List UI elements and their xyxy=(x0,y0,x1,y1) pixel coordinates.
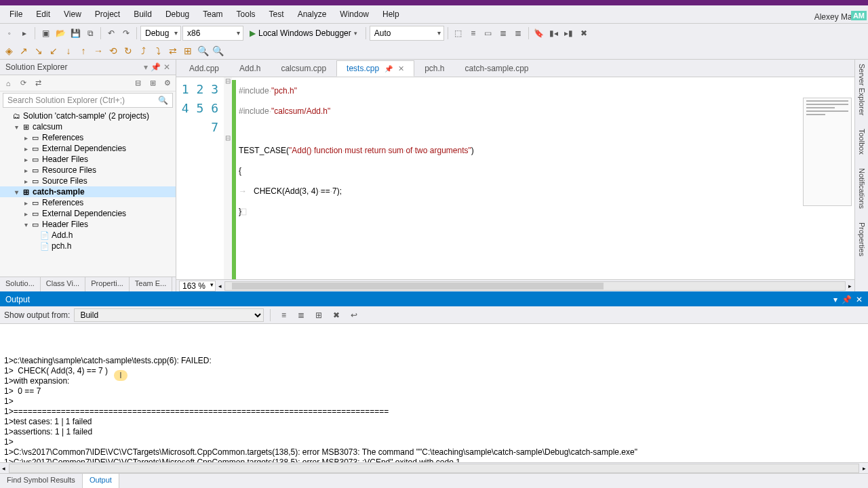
node-extdeps-2[interactable]: ▸▭External Dependencies xyxy=(0,208,176,219)
debug-icon-5[interactable]: ↓ xyxy=(62,45,75,57)
menu-edit[interactable]: Edit xyxy=(29,7,57,22)
output-icon-3[interactable]: ⊞ xyxy=(312,308,326,322)
sln-refresh-icon[interactable]: ⟳ xyxy=(18,78,28,89)
debug-icon-12[interactable]: ⇄ xyxy=(167,45,179,57)
debug-icon-7[interactable]: → xyxy=(92,45,104,57)
output-dropdown-icon[interactable]: ▾ xyxy=(833,295,837,304)
tool-icon-3[interactable]: ▭ xyxy=(481,26,495,40)
node-references[interactable]: ▸▭References xyxy=(0,132,176,143)
output-clear-icon[interactable]: ✖ xyxy=(330,308,343,322)
tab-Add-h[interactable]: Add.h xyxy=(229,60,271,77)
output-hscroll[interactable]: ◂▸ xyxy=(0,462,868,473)
sln-tab-3[interactable]: Team E... xyxy=(130,277,172,291)
minimap[interactable] xyxy=(803,98,852,206)
output-source-combo[interactable]: Build xyxy=(74,308,264,322)
tab-Add-cpp[interactable]: Add.cpp xyxy=(179,60,229,77)
code-editor[interactable]: 1 2 3 4 5 6 7 ⊟⊟ #include·"pch.h" #inclu… xyxy=(176,77,854,279)
out-tab-0[interactable]: Find Symbol Results xyxy=(0,474,83,488)
tab-tests-cpp[interactable]: tests.cpp📌✕ xyxy=(336,60,414,77)
debug-icon-10[interactable]: ⤴ xyxy=(137,45,149,57)
file-Add-h[interactable]: 📄Add.h xyxy=(0,230,176,241)
solution-search-input[interactable]: Search Solution Explorer (Ctrl+;) 🔍 xyxy=(3,93,173,108)
file-pch-h[interactable]: 📄pch.h xyxy=(0,241,176,251)
platform-combo[interactable]: x86 xyxy=(182,26,243,41)
save-all-icon[interactable]: ⧉ xyxy=(83,26,97,40)
scroll-right-icon[interactable]: ▸ xyxy=(848,283,852,289)
sln-home-icon[interactable]: ⌂ xyxy=(3,78,14,89)
tool-icon-5[interactable]: ≣ xyxy=(511,26,525,40)
project-calcsum[interactable]: ▾⊞calcsum xyxy=(0,121,176,132)
fold-bar[interactable]: ⊟⊟ xyxy=(224,77,232,279)
sln-tab-1[interactable]: Class Vi... xyxy=(41,277,85,291)
node-references-2[interactable]: ▸▭References xyxy=(0,197,176,208)
project-catch-sample[interactable]: ▾⊞catch-sample xyxy=(0,186,176,197)
menu-test[interactable]: Test xyxy=(262,7,291,22)
horizontal-scrollbar[interactable] xyxy=(224,281,846,291)
solution-tree[interactable]: 🗂Solution 'catch-sample' (2 projects)▾⊞c… xyxy=(0,109,176,277)
zoom-combo[interactable]: 163 % xyxy=(179,281,216,291)
debug-icon-11[interactable]: ⤵ xyxy=(152,45,164,57)
redo-icon[interactable]: ↷ xyxy=(119,26,133,40)
menu-build[interactable]: Build xyxy=(127,7,159,22)
bookmark-icon[interactable]: 🔖 xyxy=(532,26,546,40)
node-header-files-2[interactable]: ▾▭Header Files xyxy=(0,219,176,230)
menu-debug[interactable]: Debug xyxy=(159,7,196,22)
sln-collapse-icon[interactable]: ⊟ xyxy=(132,78,143,89)
rail-properties[interactable]: Properties xyxy=(858,222,866,256)
debug-icon-6[interactable]: ↑ xyxy=(77,45,90,57)
debug-icon-15[interactable]: 🔍 xyxy=(212,45,224,57)
node-external-dependencies[interactable]: ▸▭External Dependencies xyxy=(0,143,176,154)
bookmark-next-icon[interactable]: ▸▮ xyxy=(562,26,576,40)
menu-help[interactable]: Help xyxy=(376,7,406,22)
save-icon[interactable]: 💾 xyxy=(68,26,82,40)
debug-icon-3[interactable]: ↘ xyxy=(33,45,45,57)
sln-sync-icon[interactable]: ⇄ xyxy=(33,78,43,89)
output-icon-2[interactable]: ≣ xyxy=(294,308,308,322)
sln-show-all-icon[interactable]: ⊞ xyxy=(147,78,158,89)
debug-icon-13[interactable]: ⊞ xyxy=(182,45,194,57)
configuration-combo[interactable]: Debug xyxy=(140,26,181,41)
output-text[interactable]: 1>c:\teaching\sample\catch-sample\tests.… xyxy=(0,324,868,462)
output-icon-1[interactable]: ≡ xyxy=(277,308,290,322)
bookmark-clear-icon[interactable]: ✖ xyxy=(577,26,591,40)
pane-close-icon[interactable]: ✕ xyxy=(163,62,170,72)
new-icon[interactable]: ▣ xyxy=(39,26,52,40)
debug-icon-8[interactable]: ⟲ xyxy=(107,45,119,57)
debug-icon-2[interactable]: ↗ xyxy=(18,45,30,57)
scroll-left-icon[interactable]: ◂ xyxy=(218,283,222,289)
output-close-icon[interactable]: ✕ xyxy=(856,295,863,304)
debug-icon-4[interactable]: ↙ xyxy=(47,45,60,57)
menu-file[interactable]: File xyxy=(3,7,29,22)
tab-pch-h[interactable]: pch.h xyxy=(414,60,454,77)
output-pin-icon[interactable]: 📌 xyxy=(842,295,852,304)
tab-calcsum-cpp[interactable]: calcsum.cpp xyxy=(271,60,336,77)
tool-icon-4[interactable]: ≣ xyxy=(496,26,510,40)
sln-properties-icon[interactable]: ⚙ xyxy=(162,78,173,89)
pane-pin-icon[interactable]: 📌 xyxy=(151,62,161,72)
open-icon[interactable]: 📂 xyxy=(54,26,67,40)
pane-dropdown-icon[interactable]: ▾ xyxy=(144,62,148,72)
menu-tools[interactable]: Tools xyxy=(230,7,262,22)
node-source-files[interactable]: ▸▭Source Files xyxy=(0,176,176,186)
output-wrap-icon[interactable]: ↩ xyxy=(347,308,361,322)
node-resource-files[interactable]: ▸▭Resource Files xyxy=(0,165,176,176)
rail-server-explorer[interactable]: Server Explorer xyxy=(858,64,866,115)
rail-toolbox[interactable]: Toolbox xyxy=(858,129,866,155)
tool-icon-1[interactable]: ⬚ xyxy=(452,26,465,40)
start-debugging-button[interactable]: ▶ Local Windows Debugger ▾ xyxy=(245,26,362,41)
rail-notifications[interactable]: Notifications xyxy=(858,168,866,209)
menu-window[interactable]: Window xyxy=(333,7,376,22)
menu-analyze[interactable]: Analyze xyxy=(291,7,334,22)
nav-fwd-icon[interactable]: ▸ xyxy=(18,26,31,40)
tool-icon-2[interactable]: ≡ xyxy=(467,26,480,40)
menu-project[interactable]: Project xyxy=(88,7,127,22)
code-content[interactable]: #include·"pch.h" #include·"calcsum/Add.h… xyxy=(236,77,854,279)
out-tab-1[interactable]: Output xyxy=(83,474,119,488)
menu-view[interactable]: View xyxy=(57,7,88,22)
debug-icon-14[interactable]: 🔍 xyxy=(197,45,209,57)
bookmark-prev-icon[interactable]: ▮◂ xyxy=(547,26,561,40)
menu-team[interactable]: Team xyxy=(196,7,229,22)
nav-back-icon[interactable]: ◦ xyxy=(3,26,16,40)
auto-combo[interactable]: Auto xyxy=(370,26,444,41)
debug-icon-1[interactable]: ◈ xyxy=(3,45,15,57)
